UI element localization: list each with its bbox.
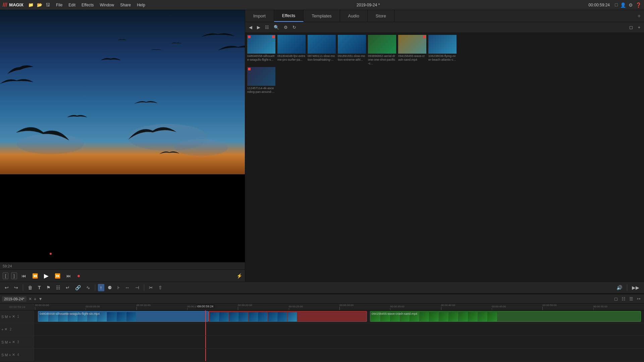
track-4-plus-button[interactable]: +: [9, 353, 11, 357]
bookmark-button[interactable]: ⚑: [44, 284, 53, 291]
play-button[interactable]: ▶: [42, 271, 50, 281]
tab-templates[interactable]: Templates: [304, 10, 340, 22]
media-thumb-8: [247, 67, 275, 86]
media-item-2[interactable]: 061804048-fpv-extreme-pro-surfer-pa...: [277, 35, 306, 65]
split-button[interactable]: ⊦: [115, 284, 122, 291]
nav-back-button[interactable]: ◀: [247, 24, 254, 31]
track-1-clip-3[interactable]: 094158455-wave-crash-sand.mp4: [370, 311, 641, 322]
track-3-close-button[interactable]: ✕: [12, 340, 15, 344]
media-item-1[interactable]: 048046558-silhouette-seagulls-flight-s..…: [247, 35, 275, 65]
ruler-mark-6: 00:00:30:00: [339, 304, 354, 310]
step-back-button[interactable]: ⏪: [31, 272, 40, 280]
track-3-plus-button[interactable]: +: [9, 340, 11, 344]
tl-view-single[interactable]: ◻: [613, 296, 619, 302]
search-button[interactable]: 🔍: [272, 24, 281, 31]
end-marker-button[interactable]: ]: [11, 273, 17, 279]
track-4-close-button[interactable]: ✕: [12, 353, 15, 357]
question-icon[interactable]: ❓: [636, 2, 641, 8]
undo-button[interactable]: ↩: [3, 284, 11, 291]
media-item-3[interactable]: 087489111-slow-motion-breathtaking-...: [308, 35, 336, 65]
menu-help[interactable]: Help: [134, 2, 148, 8]
track-1-clip-2[interactable]: [209, 311, 367, 322]
media-red-dot-left-8: [248, 68, 251, 70]
start-marker-button[interactable]: [: [3, 273, 8, 279]
timeline-close-button[interactable]: ✕: [29, 297, 32, 301]
maximize-icon[interactable]: ☐: [614, 2, 619, 8]
media-item-7[interactable]: 106238036-flying-over-beach-atlantic-c..…: [428, 35, 457, 65]
lightning-button[interactable]: ⚡: [236, 273, 242, 279]
tl-view-list[interactable]: ☰: [628, 296, 635, 302]
panel-tab-plus[interactable]: +: [634, 10, 644, 22]
timeline-dropdown-button[interactable]: ▼: [39, 297, 43, 301]
grid-view-button[interactable]: ☷: [263, 24, 271, 31]
track-2-content[interactable]: [35, 323, 644, 336]
track-3-s-button[interactable]: S: [1, 340, 4, 344]
skip-to-end-button[interactable]: ⏭: [65, 272, 73, 280]
delete-button[interactable]: 🗑: [26, 284, 35, 291]
redo-button[interactable]: ↪: [12, 284, 20, 291]
settings-panel-button[interactable]: ⚙: [282, 24, 289, 31]
save-icon[interactable]: 🖫: [45, 2, 51, 8]
step-forward-button[interactable]: ⏩: [53, 272, 62, 280]
track-1-close-button[interactable]: ✕: [12, 314, 15, 319]
cursor-tool-button[interactable]: ↑: [98, 284, 104, 291]
panel-expand-button[interactable]: ◻: [628, 24, 635, 31]
tab-store[interactable]: Store: [368, 10, 394, 22]
tab-effects[interactable]: Effects: [274, 10, 304, 22]
track-4-m-button[interactable]: M: [5, 353, 8, 357]
track-1-content[interactable]: 048046558-silhouette-seagulls-flight-slo…: [35, 310, 644, 323]
tl-view-grid[interactable]: ☷: [620, 296, 627, 302]
table-button[interactable]: ☷: [54, 284, 62, 291]
track-2-plus-button[interactable]: +: [1, 327, 3, 331]
tl-view-fit[interactable]: ↦: [636, 296, 642, 302]
folder-icon[interactable]: 📂: [36, 2, 43, 8]
track-1-s-button[interactable]: S: [1, 315, 4, 319]
refresh-button[interactable]: ↻: [291, 24, 298, 31]
curve-button[interactable]: ↵: [64, 284, 72, 291]
media-item-5[interactable]: 093896862-aerial-drone-one-shot-pacific-…: [368, 35, 396, 65]
fit-button[interactable]: ↔: [123, 284, 132, 291]
skip-to-start-button[interactable]: ⏮: [20, 272, 28, 280]
timeline-ruler[interactable]: 00:00:59:24 00:00:00:0000:00:05:0000:00:…: [35, 304, 644, 310]
track-3-content[interactable]: [35, 336, 644, 348]
track-3-m-button[interactable]: M: [5, 340, 8, 344]
blade-tool-button[interactable]: ⚈: [106, 284, 114, 291]
frame-thumb: [468, 312, 478, 321]
menu-window[interactable]: Window: [97, 2, 117, 8]
open-file-icon[interactable]: 📁: [28, 2, 34, 8]
track-4-content[interactable]: [35, 349, 644, 361]
track-1-m-button[interactable]: M: [5, 315, 8, 319]
tab-import[interactable]: Import: [245, 10, 274, 22]
export-tool-button[interactable]: ⇧: [156, 284, 164, 291]
track-1-clip-1[interactable]: 048046558-silhouette-seagulls-flight-slo…: [38, 311, 208, 322]
tab-audio[interactable]: Audio: [340, 10, 368, 22]
clip-1-label: 048046558-silhouette-seagulls-flight-slo…: [40, 312, 100, 315]
extra-button[interactable]: ▶▶: [630, 284, 641, 291]
nav-forward-button[interactable]: ▶: [255, 24, 262, 31]
media-item-4[interactable]: 091891551-slow-motion-extreme-athl...: [338, 35, 366, 65]
settings-icon[interactable]: ⚙: [629, 2, 633, 8]
media-item-6[interactable]: 094158455-wave-crash-sand.mp4: [398, 35, 426, 65]
track-1-plus-button[interactable]: +: [9, 315, 11, 319]
panel-add-button[interactable]: +: [636, 24, 642, 31]
ruler-mark-2: 00:00:10:00: [137, 304, 151, 310]
user-icon[interactable]: 👤: [620, 2, 626, 8]
trim-button[interactable]: ✂: [147, 284, 155, 291]
menu-share[interactable]: Share: [117, 2, 133, 8]
media-item-8[interactable]: 112457114-4k-ascending-pan-around-...: [247, 67, 275, 94]
menu-edit[interactable]: Edit: [66, 2, 78, 8]
audio-button[interactable]: 🔊: [614, 284, 624, 291]
link-button[interactable]: 🔗: [73, 284, 83, 291]
media-name-1: 048046558-silhouette-seagulls-flight-s..…: [247, 54, 275, 62]
timeline-project-name[interactable]: 2019-09-24*: [2, 296, 26, 302]
separate-button[interactable]: ⊣: [133, 284, 141, 291]
track-2-close-button[interactable]: ✕: [4, 327, 7, 331]
record-button[interactable]: ●: [75, 272, 82, 280]
text-tool-button[interactable]: T: [36, 284, 43, 291]
track-4-s-button[interactable]: S: [1, 353, 4, 357]
menu-file[interactable]: File: [53, 2, 65, 8]
cut-curve-button[interactable]: ∿: [84, 284, 92, 291]
timeline-add-button[interactable]: +: [34, 296, 37, 302]
menu-effects[interactable]: Effects: [79, 2, 96, 8]
panel-tool-right: ◻ +: [628, 24, 642, 31]
